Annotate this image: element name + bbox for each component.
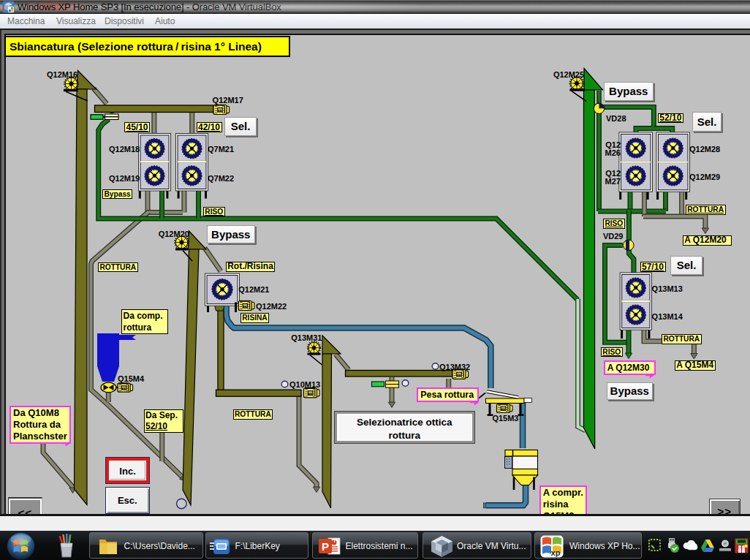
svg-text:xp: xp	[551, 548, 561, 557]
svg-text:P: P	[321, 540, 328, 553]
